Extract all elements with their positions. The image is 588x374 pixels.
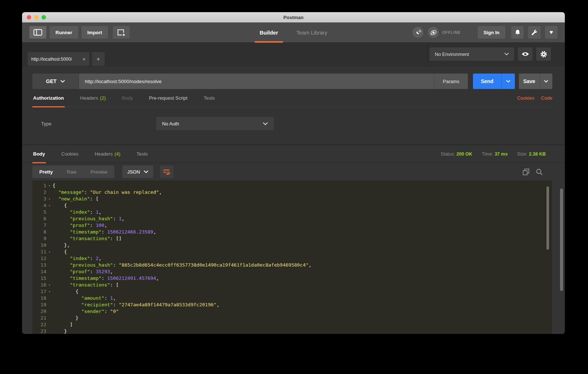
code-link[interactable]: Code xyxy=(541,95,552,101)
fold-toggle-icon[interactable]: ▾ xyxy=(46,182,53,189)
code-line: 20 "sender": "0" xyxy=(32,308,552,315)
code-line: 4▾ { xyxy=(32,202,552,209)
time-value: 37 ms xyxy=(495,152,508,157)
code-line: 12 "index": 2, xyxy=(32,255,552,262)
response-tab-tests[interactable]: Tests xyxy=(136,145,148,163)
request-builder: GET Params Send Save xyxy=(22,66,565,145)
fold-toggle-icon[interactable]: ▾ xyxy=(46,288,53,295)
close-tab-icon[interactable]: × xyxy=(82,56,86,62)
fold-toggle-icon[interactable]: ▾ xyxy=(46,202,53,209)
response-tab-cookies[interactable]: Cookies xyxy=(61,145,79,163)
view-mode-pretty[interactable]: Pretty xyxy=(32,165,60,178)
code-line: 11▾ { xyxy=(32,249,552,255)
new-window-button[interactable] xyxy=(113,26,130,39)
line-number: 21 xyxy=(32,315,46,321)
new-tab-button[interactable]: + xyxy=(92,52,105,66)
save-options-button[interactable] xyxy=(539,74,552,89)
send-button-group: Send xyxy=(473,74,515,89)
runner-button[interactable]: Runner xyxy=(50,26,78,39)
environment-settings-button[interactable] xyxy=(536,47,551,61)
response-body-viewer[interactable]: 1▾{2 "message": "Our chain was replaced"… xyxy=(32,181,552,334)
code-text: "new_chain": [ xyxy=(53,196,552,202)
line-number: 13 xyxy=(32,262,46,268)
params-button[interactable]: Params xyxy=(434,74,468,89)
fold-toggle-icon[interactable]: ▾ xyxy=(46,282,53,288)
response-tab-headers-count: (4) xyxy=(115,151,121,157)
save-button-group: Save xyxy=(519,74,552,89)
line-number: 11 xyxy=(32,249,46,255)
sync-orbit-icon xyxy=(430,29,437,36)
fold-toggle-icon[interactable]: ▾ xyxy=(46,249,53,255)
settings-wrench-button[interactable] xyxy=(528,26,541,39)
sync-status-button[interactable] xyxy=(428,27,439,38)
line-number: 17 xyxy=(32,288,46,295)
code-line: 19 "recipient": "2747ae4a89f14479a7a8533… xyxy=(32,302,552,308)
workspace-tabs: Builder Team Library xyxy=(258,22,330,43)
wrap-text-button[interactable] xyxy=(160,165,173,178)
tab-builder[interactable]: Builder xyxy=(258,22,280,43)
auth-type-select[interactable]: No Auth xyxy=(156,117,274,130)
proxy-button[interactable] xyxy=(412,27,423,38)
close-window-button[interactable] xyxy=(27,15,31,19)
line-number: 14 xyxy=(32,268,46,275)
code-line: 14 "proof": 35293, xyxy=(32,268,552,275)
fold-toggle-icon[interactable]: ▾ xyxy=(46,196,53,202)
view-mode-raw[interactable]: Raw xyxy=(60,165,83,178)
code-text: { xyxy=(53,249,552,255)
fold-spacer xyxy=(46,315,53,321)
fold-spacer xyxy=(46,222,53,229)
sign-in-button[interactable]: Sign In xyxy=(478,26,505,39)
fold-spacer xyxy=(46,189,53,196)
method-select[interactable]: GET xyxy=(32,74,79,89)
code-text: "amount": 1, xyxy=(53,295,552,302)
tab-team-library[interactable]: Team Library xyxy=(294,22,330,43)
format-value: JSON xyxy=(127,169,140,175)
response-tab-headers[interactable]: Headers (4) xyxy=(94,145,121,163)
time-label: Time: xyxy=(482,152,493,157)
cookies-link[interactable]: Cookies xyxy=(517,95,534,101)
send-button[interactable]: Send xyxy=(473,74,501,89)
fold-spacer xyxy=(46,229,53,235)
code-line: 23 } xyxy=(32,328,552,334)
zoom-window-button[interactable] xyxy=(42,15,46,19)
window-scrollbar[interactable] xyxy=(560,189,563,291)
line-number: 8 xyxy=(32,229,46,235)
postman-window: Postman Runner Import Builder Team Libra… xyxy=(22,12,565,334)
line-number: 3 xyxy=(32,196,46,202)
url-row: GET Params Send Save xyxy=(32,74,552,89)
search-response-button[interactable] xyxy=(536,168,543,175)
chevron-down-icon xyxy=(60,80,65,83)
request-links: Cookies Code xyxy=(517,95,552,101)
favorites-button[interactable]: ♥ xyxy=(545,26,557,39)
minimize-window-button[interactable] xyxy=(34,15,39,19)
tab-headers-count: (2) xyxy=(100,95,106,101)
line-number: 7 xyxy=(32,222,46,229)
tab-tests[interactable]: Tests xyxy=(203,89,215,107)
url-input[interactable] xyxy=(79,74,434,89)
save-button[interactable]: Save xyxy=(519,74,539,89)
send-options-button[interactable] xyxy=(501,74,515,89)
view-mode-preview[interactable]: Preview xyxy=(83,165,114,178)
line-number: 5 xyxy=(32,209,46,216)
code-line: 5 "index": 1, xyxy=(32,209,552,216)
sidebar-toggle-button[interactable] xyxy=(29,26,46,39)
request-tab[interactable]: http://localhost:5000/ × xyxy=(28,52,89,66)
response-tab-body[interactable]: Body xyxy=(32,145,46,163)
code-scrollbar[interactable] xyxy=(546,186,549,250)
tab-authorization[interactable]: Authorization xyxy=(32,89,65,107)
environment-select[interactable]: No Environment xyxy=(430,47,514,61)
auth-type-label: Type xyxy=(41,121,51,127)
satellite-icon xyxy=(415,29,421,36)
tab-prerequest-script[interactable]: Pre-request Script xyxy=(148,89,188,107)
code-line: 8 "timestamp": 1506212466.23589, xyxy=(32,229,552,235)
tab-body[interactable]: Body xyxy=(121,89,134,107)
format-select[interactable]: JSON xyxy=(122,165,153,178)
import-button[interactable]: Import xyxy=(82,26,108,39)
copy-response-button[interactable] xyxy=(523,168,530,175)
tab-headers[interactable]: Headers (2) xyxy=(79,89,107,107)
code-text: "timestamp": 1506212491.457694, xyxy=(53,275,552,282)
environment-quicklook-button[interactable] xyxy=(518,47,533,61)
code-lines: 1▾{2 "message": "Our chain was replaced"… xyxy=(32,181,552,334)
fold-spacer xyxy=(46,235,53,242)
notifications-button[interactable] xyxy=(511,26,524,39)
